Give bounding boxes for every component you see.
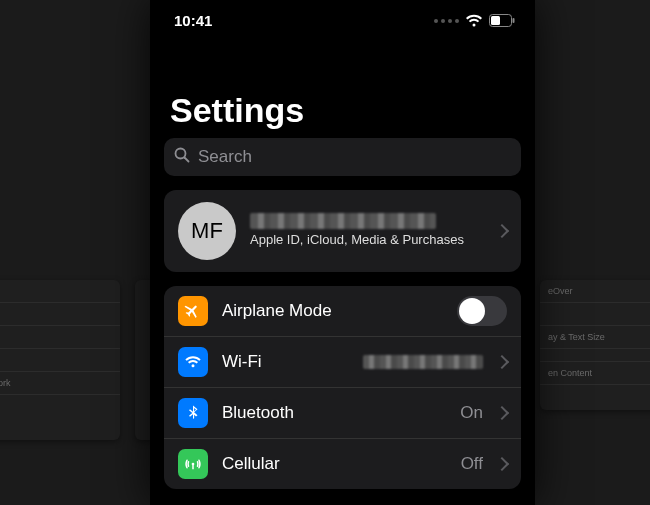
page-title: Settings bbox=[150, 35, 535, 138]
svg-rect-2 bbox=[513, 18, 515, 23]
connectivity-card: Airplane Mode Wi-Fi Bluetooth On Cellula… bbox=[164, 286, 521, 489]
svg-line-4 bbox=[185, 158, 189, 162]
row-label: Wi-Fi bbox=[222, 352, 349, 372]
row-detail: Off bbox=[461, 454, 483, 474]
profile-subtitle: Apple ID, iCloud, Media & Purchases bbox=[250, 232, 483, 249]
wifi-icon bbox=[465, 14, 483, 28]
search-placeholder: Search bbox=[198, 147, 252, 167]
bg-panel-left: nders nders otos tooth al Network bbox=[0, 280, 120, 440]
svg-rect-1 bbox=[491, 16, 500, 25]
wifi-icon bbox=[178, 347, 208, 377]
profile-card: MF Apple ID, iCloud, Media & Purchases bbox=[164, 190, 521, 272]
bg-panel-right: eOverOff Off ay & Text Size en Content bbox=[540, 280, 650, 410]
chevron-right-icon bbox=[495, 355, 509, 369]
search-input[interactable]: Search bbox=[164, 138, 521, 176]
battery-icon bbox=[489, 14, 515, 27]
cellular-icon bbox=[178, 449, 208, 479]
row-airplane-mode[interactable]: Airplane Mode bbox=[164, 286, 521, 336]
airplane-icon bbox=[178, 296, 208, 326]
search-icon bbox=[174, 147, 190, 167]
row-detail: On bbox=[460, 403, 483, 423]
row-bluetooth[interactable]: Bluetooth On bbox=[164, 387, 521, 438]
avatar: MF bbox=[178, 202, 236, 260]
chevron-right-icon bbox=[495, 406, 509, 420]
profile-row[interactable]: MF Apple ID, iCloud, Media & Purchases bbox=[164, 190, 521, 272]
svg-rect-6 bbox=[192, 464, 194, 469]
profile-name-redacted bbox=[250, 213, 436, 229]
status-time: 10:41 bbox=[174, 12, 212, 29]
row-label: Airplane Mode bbox=[222, 301, 443, 321]
chevron-right-icon bbox=[495, 224, 509, 238]
chevron-right-icon bbox=[495, 457, 509, 471]
row-label: Cellular bbox=[222, 454, 447, 474]
row-label: Bluetooth bbox=[222, 403, 446, 423]
bluetooth-icon bbox=[178, 398, 208, 428]
row-wifi[interactable]: Wi-Fi bbox=[164, 336, 521, 387]
wifi-network-redacted bbox=[363, 355, 483, 369]
status-bar: 10:41 bbox=[150, 0, 535, 35]
phone-screen: 10:41 Settings Search MF Apple ID, iClou… bbox=[150, 0, 535, 505]
airplane-toggle[interactable] bbox=[457, 296, 507, 326]
row-cellular[interactable]: Cellular Off bbox=[164, 438, 521, 489]
cellular-signal-icon bbox=[434, 19, 459, 23]
